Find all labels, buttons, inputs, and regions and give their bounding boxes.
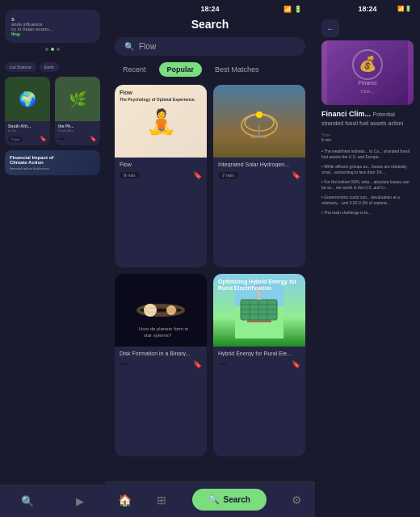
meta-time-value: 6 min <box>321 137 331 142</box>
left-book-1[interactable]: 🌍 South Afri... to Ca... 7 min 🔖 <box>5 77 50 145</box>
result-time-hybrid <box>218 364 226 365</box>
right-book-meta: Time 6 min <box>315 129 420 145</box>
svg-text:star sytems?: star sytems? <box>144 333 172 338</box>
carousel-dots <box>5 48 100 51</box>
result-name-flow: Flow <box>120 162 202 167</box>
result-bookmark-solar[interactable]: 🔖 <box>292 171 300 179</box>
svg-text:Financi: Financi <box>359 80 377 86</box>
right-book-title: Financi Clim... Potential stranded fossi… <box>321 110 414 128</box>
svg-point-4 <box>256 111 262 118</box>
bullet-5: The main challenge is lo... <box>321 210 414 216</box>
left-book-2-meta: 🔖 <box>55 136 100 145</box>
cat-chip-earth[interactable]: Earth <box>40 62 59 72</box>
filter-recent[interactable]: Recent <box>115 62 154 77</box>
left-bottom-subtitle: financial carbon fund raises <box>10 166 95 170</box>
result-meta-flow: 9 min 🔖 <box>115 171 207 183</box>
result-info-flow: Flow <box>115 158 207 171</box>
result-info-binary: Disk Formation in a Binary... <box>115 347 207 360</box>
left-book-2-info: the Ph... South Afric <box>55 121 100 136</box>
left-bottom-card[interactable]: Financial Impact of Climate Action finan… <box>5 150 100 175</box>
cat-chip-science[interactable]: ical Science <box>5 62 36 72</box>
result-cover-flow: FlowThe Psychology of Optimal Experience… <box>115 85 207 158</box>
result-time-flow: 9 min <box>120 172 140 179</box>
battery-icon: 🔋 <box>294 6 302 13</box>
svg-text:Clim...: Clim... <box>361 89 375 94</box>
result-cover-hybrid: Optimizing Hybrid Energy for Rural Elect… <box>213 274 305 347</box>
binary-star-illustration: How do planets form in binary star sytem… <box>115 274 207 347</box>
svg-rect-20 <box>247 320 271 322</box>
result-card-flow[interactable]: FlowThe Psychology of Optimal Experience… <box>115 85 207 267</box>
left-book-1-info: South Afri... to Ca... <box>5 121 50 136</box>
filter-row: Recent Popular Best Matches <box>105 62 315 85</box>
results-grid: FlowThe Psychology of Optimal Experience… <box>105 85 315 456</box>
result-info-hybrid: Hybrid Energy for Rural Ele... <box>213 347 305 360</box>
left-book-2-cover: 🌿 <box>55 77 100 121</box>
result-cover-binary: Disk Formation in a Binary Star System H… <box>115 274 207 347</box>
left-panel: s ands influence cy in Asian econo... li… <box>0 0 105 517</box>
left-book-1-meta: 7 min 🔖 <box>5 136 50 145</box>
left-book-2[interactable]: 🌿 the Ph... South Afric 🔖 <box>55 77 100 145</box>
result-name-solar: Integrated Solar Hydrogen... <box>218 162 300 167</box>
left-bottom-title2: Climate Action <box>10 160 95 165</box>
left-book-1-bookmark[interactable]: 🔖 <box>40 136 47 142</box>
dot-2 <box>51 48 54 51</box>
left-card-highlight: ling <box>11 32 94 36</box>
result-cover-solar: Integrated Solar Hydrogen Production <box>213 85 305 158</box>
left-book-1-subtitle: to Ca... <box>8 128 47 132</box>
nav-search-button[interactable]: 🔍 Search <box>192 489 267 511</box>
center-nav: 🏠 ⊞ 🔍 Search ⚙ <box>105 481 315 517</box>
bullet-3: For the bottom 50%, wha... absolute loss… <box>321 179 414 191</box>
right-status-time: 18:24 <box>358 5 376 13</box>
svg-text:💰: 💰 <box>359 55 377 73</box>
left-book-2-time <box>58 138 65 140</box>
left-book-2-bookmark[interactable]: 🔖 <box>90 136 97 142</box>
right-signal: 📶🔋 <box>397 6 412 12</box>
filter-best-matches[interactable]: Best Matches <box>207 62 267 77</box>
right-status-bar: 18:24 📶🔋 <box>315 0 420 16</box>
result-name-binary: Disk Formation in a Binary... <box>120 351 202 356</box>
bullet-2: While affluent groups av... losses are r… <box>321 164 414 176</box>
left-nav-search-icon[interactable]: 🔍 <box>21 495 34 507</box>
result-title-overlay-hybrid: Optimizing Hybrid Energy for Rural Elect… <box>218 279 300 292</box>
solar-dish-illustration <box>213 85 305 158</box>
result-card-binary[interactable]: Disk Formation in a Binary Star System H… <box>115 274 207 456</box>
result-meta-solar: 7 min 🔖 <box>213 171 305 183</box>
nav-search-icon: 🔍 <box>208 494 220 505</box>
search-input[interactable]: Flow <box>139 42 156 51</box>
nav-home-icon[interactable]: 🏠 <box>118 494 132 506</box>
right-panel: 18:24 📶🔋 ← 💰 Financi Clim... Financi Cli… <box>315 0 420 517</box>
nav-settings-icon[interactable]: ⚙ <box>292 494 302 506</box>
result-time-binary <box>120 364 128 365</box>
result-title-overlay-flow: FlowThe Psychology of Optimal Experience… <box>120 90 202 103</box>
result-card-hybrid[interactable]: Optimizing Hybrid Energy for Rural Elect… <box>213 274 305 456</box>
result-meta-hybrid: 🔖 <box>213 360 305 372</box>
result-bookmark-flow[interactable]: 🔖 <box>193 171 202 179</box>
bullet-1: The wealthiest individu... to Ca... stra… <box>321 149 414 161</box>
filter-popular[interactable]: Popular <box>159 62 203 77</box>
result-time-solar: 7 min <box>218 172 238 179</box>
dot-1 <box>45 48 48 51</box>
search-bar[interactable]: 🔍 Flow <box>115 37 305 56</box>
center-status-time: 18:24 <box>200 5 219 13</box>
search-icon: 🔍 <box>124 42 134 51</box>
svg-text:How do planets form in binary: How do planets form in binary <box>139 326 189 331</box>
left-books-grid: 🌍 South Afri... to Ca... 7 min 🔖 🌿 the P… <box>0 77 105 145</box>
svg-rect-13 <box>241 300 277 320</box>
result-meta-binary: 🔖 <box>115 360 207 372</box>
result-name-hybrid: Hybrid Energy for Rural Ele... <box>218 351 300 356</box>
back-button[interactable]: ← <box>321 19 339 37</box>
result-bookmark-hybrid[interactable]: 🔖 <box>292 360 300 368</box>
result-bookmark-binary[interactable]: 🔖 <box>193 360 202 368</box>
center-status-bar: 18:24 📶 🔋 <box>105 0 315 15</box>
left-top-area: s ands influence cy in Asian econo... li… <box>0 0 105 57</box>
left-book-1-cover: 🌍 <box>5 77 50 121</box>
nav-grid-icon[interactable]: ⊞ <box>157 494 166 506</box>
bullet-4: Governments could con... devaluation at … <box>321 195 414 207</box>
result-card-solar[interactable]: Integrated Solar Hydrogen Production Int… <box>213 85 305 267</box>
left-nav-play-icon[interactable]: ▶ <box>76 495 84 507</box>
dot-3 <box>57 48 60 51</box>
left-card-title1: s <box>11 16 94 22</box>
left-category-row: ical Science Earth <box>0 57 105 77</box>
right-book-cover: 💰 Financi Clim... <box>321 40 414 105</box>
back-arrow-icon: ← <box>326 24 334 33</box>
